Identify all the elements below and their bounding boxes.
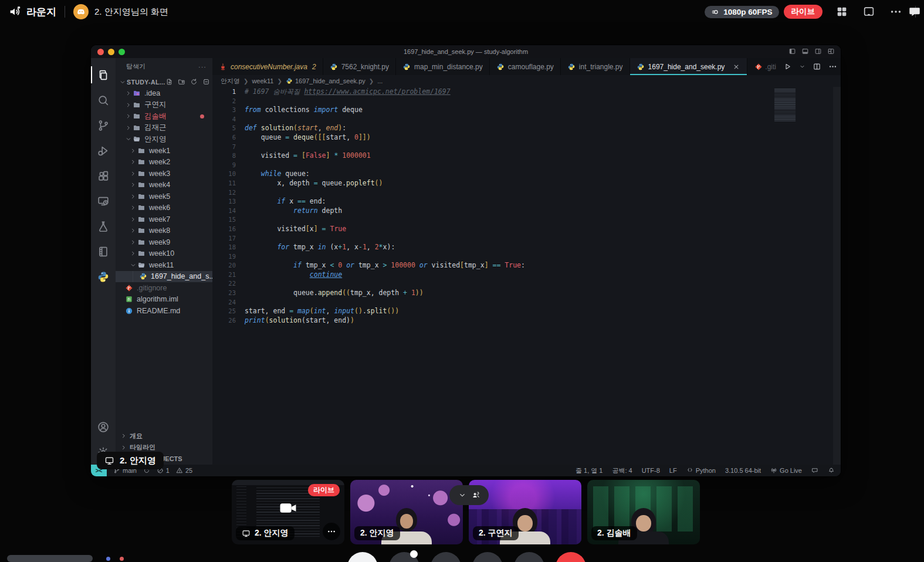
participant-tile-2. 안지영[interactable]: 2. 안지영 <box>350 480 463 544</box>
editor-tab-map_min_distance.py[interactable]: map_min_distance.py <box>396 58 490 75</box>
participant-tile-2. 김솔배[interactable]: 2. 김솔배 <box>587 480 700 544</box>
editor-tab-int_triangle.py[interactable]: int_triangle.py <box>561 58 630 75</box>
layout-panel-button[interactable] <box>801 48 809 55</box>
breadcrumb-item[interactable]: week11 <box>252 77 273 84</box>
code-line-1: 1# 1697 숨바꼭질 https://www.acmicpc.net/pro… <box>212 87 841 97</box>
breadcrumb-item[interactable]: ... <box>377 77 383 84</box>
tree-item-week10[interactable]: week10 <box>116 248 212 260</box>
folder-icon <box>137 215 147 224</box>
minimize-window-button[interactable] <box>108 49 114 55</box>
activity-run-debug[interactable] <box>91 138 116 163</box>
editor-more-button[interactable] <box>828 62 837 71</box>
status-feedback[interactable] <box>811 467 818 474</box>
overflow-tab[interactable]: .giti <box>754 63 776 71</box>
stream-quality-badge[interactable]: 1080p 60FPS <box>705 6 779 18</box>
editor-scrollbar[interactable] <box>833 87 841 465</box>
grid-button[interactable] <box>835 5 849 19</box>
more-dots-button[interactable] <box>889 5 903 19</box>
activity-source-control[interactable] <box>91 113 116 138</box>
status-공백: 4[interactable]: 공백: 4 <box>612 466 632 475</box>
explorer-more-button[interactable]: ··· <box>198 63 207 70</box>
status-줄 1, 열 1[interactable]: 줄 1, 열 1 <box>576 466 603 475</box>
collapse-all-button[interactable] <box>202 78 210 86</box>
status-bell[interactable] <box>828 467 835 474</box>
tree-item-week2[interactable]: week2 <box>116 157 212 168</box>
status-3.10.5 64-bit[interactable]: 3.10.5 64-bit <box>725 467 761 474</box>
people-icon[interactable] <box>472 491 480 499</box>
tree-item-안지영[interactable]: 안지영 <box>116 134 212 145</box>
code-editor[interactable]: 1# 1697 숨바꼭질 https://www.acmicpc.net/pro… <box>212 87 841 465</box>
split-editor-button[interactable] <box>813 62 821 71</box>
breadcrumb-item[interactable]: 안지영 <box>221 77 240 86</box>
screen-share-button[interactable] <box>431 552 461 562</box>
layout-sidebar-button[interactable] <box>788 48 796 55</box>
participant-tile-2. 안지영[interactable]: 라이브2. 안지영 <box>232 480 344 544</box>
run-icon <box>783 62 792 71</box>
camera-button[interactable] <box>347 552 378 562</box>
layout-split-button[interactable] <box>814 48 822 55</box>
tree-item-algorithm.iml[interactable]: algorithm.iml <box>116 294 212 306</box>
tree-item-week5[interactable]: week5 <box>116 191 212 202</box>
zoom-window-button[interactable] <box>119 49 125 55</box>
new-file-button[interactable] <box>165 78 173 86</box>
more-button[interactable] <box>514 552 544 562</box>
folder-icon <box>137 158 147 166</box>
code-line-25: 25start, end = map(int, input().split()) <box>212 307 841 316</box>
status-UTF-8[interactable]: UTF-8 <box>642 467 660 474</box>
chat-bubble-icon[interactable] <box>908 5 921 18</box>
microphone-button[interactable] <box>389 552 419 562</box>
close-tab-icon[interactable] <box>732 63 740 71</box>
activity-extensions[interactable] <box>91 163 116 188</box>
code-line-2: 2 <box>212 97 841 106</box>
run-button[interactable] <box>783 62 792 71</box>
tree-item-week8[interactable]: week8 <box>116 225 212 237</box>
breadcrumb-item[interactable]: 1697_hide_and_seek.py <box>286 77 365 84</box>
breadcrumb[interactable]: 안지영❯week11❯1697_hide_and_seek.py❯... <box>212 75 841 87</box>
editor-tab-7562_knight.py[interactable]: 7562_knight.py <box>323 58 396 75</box>
tree-item-week4[interactable]: week4 <box>116 180 212 191</box>
tree-item-STUDY-AL...[interactable]: STUDY-AL... <box>116 76 212 88</box>
screen-share-button[interactable] <box>862 5 876 19</box>
activity-testing[interactable] <box>91 214 116 239</box>
tree-item-김재근[interactable]: 김재근 <box>116 122 212 134</box>
editor-tab-camouflage.py[interactable]: camouflage.py <box>490 58 561 75</box>
tree-item-.idea[interactable]: .idea <box>116 88 212 100</box>
participants-menu-pill[interactable] <box>449 485 489 505</box>
activity-python[interactable] <box>91 264 116 289</box>
status-LF[interactable]: LF <box>669 467 677 474</box>
tree-item-week11[interactable]: week11 <box>116 259 212 271</box>
activity-files[interactable] <box>91 62 116 87</box>
tree-item-week1[interactable]: week1 <box>116 145 212 157</box>
status-warning-triangle[interactable]: 25 <box>176 467 192 474</box>
tab-label: consecutiveNumber.java <box>231 63 307 71</box>
disconnect-button[interactable] <box>556 552 586 562</box>
activity-button[interactable] <box>472 552 503 562</box>
tree-item-week7[interactable]: week7 <box>116 214 212 225</box>
activity-search[interactable] <box>91 87 116 113</box>
tree-item-김솔배[interactable]: 김솔배 <box>116 111 212 123</box>
refresh-button[interactable] <box>190 78 198 86</box>
editor-tab-1697_hide_and_seek.py[interactable]: 1697_hide_and_seek.py <box>630 58 748 75</box>
tree-item-week9[interactable]: week9 <box>116 236 212 248</box>
tree-item-README.md[interactable]: README.md <box>116 305 212 317</box>
activity-remote-explorer[interactable] <box>91 188 116 214</box>
activity-account[interactable] <box>91 414 116 439</box>
run-dropdown-icon[interactable] <box>799 63 805 70</box>
tile-more-button[interactable] <box>323 523 340 540</box>
minimap[interactable] <box>774 89 805 121</box>
editor-tab-consecutiveNumber.java[interactable]: consecutiveNumber.java2 <box>212 58 323 75</box>
tree-item-week6[interactable]: week6 <box>116 202 212 214</box>
tree-item-week3[interactable]: week3 <box>116 168 212 180</box>
window-controls[interactable] <box>97 49 125 55</box>
new-folder-button[interactable] <box>178 78 185 86</box>
chevron-down-icon[interactable] <box>458 491 466 499</box>
activity-notebook[interactable] <box>91 239 116 264</box>
status-braces[interactable]: Python <box>686 467 716 474</box>
tree-item-구연지[interactable]: 구연지 <box>116 99 212 111</box>
status-broadcast[interactable]: Go Live <box>770 467 802 474</box>
sidebar-section-개요[interactable]: 개요 <box>116 431 212 442</box>
layout-custom-button[interactable] <box>827 48 835 55</box>
close-window-button[interactable] <box>97 49 104 55</box>
tree-item-1697_hide_and_s...[interactable]: 1697_hide_and_s... <box>116 271 212 283</box>
tree-item-.gitignore[interactable]: .gitignore <box>116 282 212 294</box>
